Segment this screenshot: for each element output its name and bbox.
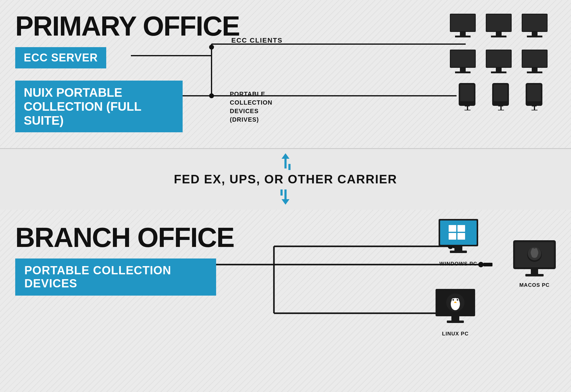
windows-pc-container: WINDOWS PC bbox=[437, 219, 480, 267]
svg-rect-18 bbox=[496, 68, 502, 71]
svg-point-42 bbox=[209, 45, 214, 50]
branch-office-section: BRANCH OFFICE PORTABLE COLLECTION DEVICE… bbox=[0, 210, 571, 392]
drive-grid bbox=[455, 82, 547, 109]
nuix-portable-box: NUIX PORTABLE COLLECTION (FULL SUITE) bbox=[15, 81, 183, 132]
svg-rect-68 bbox=[457, 225, 465, 232]
svg-rect-1 bbox=[451, 15, 475, 31]
svg-rect-25 bbox=[460, 85, 474, 101]
carrier-section: FED EX, UPS, OR OTHER CARRIER bbox=[0, 149, 571, 210]
portable-label-line4: (DRIVES) bbox=[230, 115, 272, 124]
svg-rect-15 bbox=[455, 71, 471, 73]
ecc-server-label: ECC SERVER bbox=[24, 51, 98, 64]
svg-point-86 bbox=[457, 299, 458, 301]
svg-rect-71 bbox=[454, 246, 462, 251]
svg-rect-67 bbox=[449, 225, 456, 232]
macos-pc-container: macOS PC bbox=[510, 240, 559, 288]
svg-marker-48 bbox=[282, 153, 289, 159]
arrows-container bbox=[275, 153, 296, 170]
svg-rect-17 bbox=[487, 50, 511, 67]
windows-pc-icon bbox=[437, 219, 480, 258]
ecc-server-box: ECC SERVER bbox=[15, 47, 106, 68]
monitor-4 bbox=[447, 48, 478, 75]
linux-pc-icon bbox=[434, 289, 477, 328]
svg-rect-70 bbox=[457, 233, 465, 240]
monitor-grid bbox=[447, 12, 550, 78]
svg-rect-22 bbox=[532, 68, 538, 71]
branch-office-title: BRANCH OFFICE bbox=[15, 222, 234, 253]
svg-rect-77 bbox=[531, 269, 538, 274]
up-arrow-icon bbox=[275, 153, 296, 170]
carrier-label: FED EX, UPS, OR OTHER CARRIER bbox=[174, 172, 397, 186]
svg-point-85 bbox=[453, 299, 454, 301]
svg-rect-2 bbox=[460, 32, 466, 36]
svg-marker-51 bbox=[282, 199, 289, 205]
macos-pc-label: macOS PC bbox=[510, 282, 559, 288]
portable-devices-box: PORTABLE COLLECTION DEVICES bbox=[15, 258, 216, 296]
svg-rect-9 bbox=[523, 15, 547, 31]
svg-rect-72 bbox=[450, 251, 467, 253]
svg-rect-31 bbox=[498, 103, 503, 106]
svg-rect-33 bbox=[498, 110, 504, 110]
svg-rect-10 bbox=[532, 32, 538, 36]
primary-office-title: PRIMARY OFFICE bbox=[15, 11, 240, 42]
windows-pc-label: WINDOWS PC bbox=[437, 261, 480, 267]
monitor-3 bbox=[519, 12, 550, 40]
svg-rect-3 bbox=[455, 36, 471, 37]
diagram: PRIMARY OFFICE ECC SERVER NUIX PORTABLE … bbox=[0, 0, 571, 392]
monitor-6 bbox=[519, 48, 550, 75]
svg-rect-23 bbox=[527, 71, 542, 73]
ecc-clients-label: ECC CLIENTS bbox=[231, 36, 283, 44]
nuix-label-line1: NUIX PORTABLE bbox=[24, 85, 174, 99]
svg-rect-21 bbox=[523, 50, 547, 67]
primary-office-section: PRIMARY OFFICE ECC SERVER NUIX PORTABLE … bbox=[0, 0, 571, 149]
svg-rect-35 bbox=[527, 85, 541, 101]
portable-label-line1: PORTABLE bbox=[230, 90, 272, 98]
svg-rect-38 bbox=[531, 110, 538, 110]
drive-3 bbox=[522, 82, 547, 109]
down-arrow-wrapper bbox=[275, 188, 296, 206]
portable-label-line3: DEVICES bbox=[230, 107, 272, 115]
svg-rect-7 bbox=[491, 36, 506, 37]
svg-rect-14 bbox=[460, 68, 466, 71]
monitor-5 bbox=[483, 48, 514, 75]
svg-rect-89 bbox=[447, 321, 464, 323]
svg-point-46 bbox=[209, 93, 214, 98]
macos-pc-icon bbox=[510, 240, 559, 280]
monitor-1 bbox=[447, 12, 478, 40]
portable-collection-label: PORTABLE COLLECTION DEVICES (DRIVES) bbox=[230, 90, 272, 124]
portable-label-line2: COLLECTION bbox=[230, 98, 272, 107]
svg-rect-88 bbox=[451, 316, 459, 321]
drive-2 bbox=[489, 82, 513, 109]
svg-rect-69 bbox=[449, 233, 456, 240]
svg-rect-30 bbox=[494, 85, 507, 101]
svg-rect-28 bbox=[464, 110, 471, 110]
svg-rect-60 bbox=[483, 263, 492, 266]
svg-rect-66 bbox=[440, 220, 477, 245]
nuix-label-line2: COLLECTION (FULL SUITE) bbox=[24, 99, 174, 127]
svg-rect-36 bbox=[532, 103, 537, 106]
linux-pc-label: LINUX PC bbox=[434, 331, 477, 337]
svg-rect-5 bbox=[487, 15, 511, 31]
svg-rect-13 bbox=[451, 50, 475, 67]
svg-rect-78 bbox=[525, 274, 544, 276]
drive-1 bbox=[455, 82, 480, 109]
svg-rect-26 bbox=[465, 103, 470, 106]
svg-rect-6 bbox=[496, 32, 502, 36]
portable-devices-label: PORTABLE COLLECTION DEVICES bbox=[24, 264, 171, 290]
monitor-2 bbox=[483, 12, 514, 40]
linux-pc-container: LINUX PC bbox=[434, 289, 477, 337]
svg-rect-11 bbox=[527, 36, 542, 37]
down-arrow-icon bbox=[275, 188, 296, 205]
svg-rect-19 bbox=[491, 71, 506, 73]
